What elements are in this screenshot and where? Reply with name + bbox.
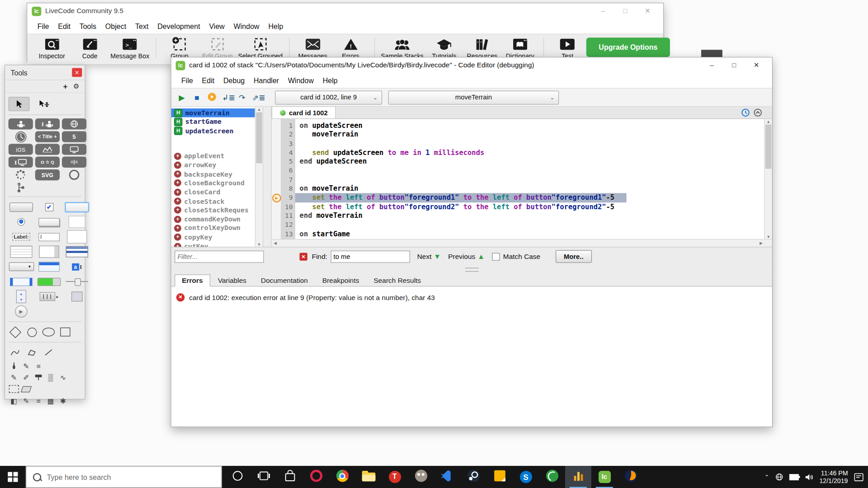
menu-text[interactable]: Text (131, 22, 153, 30)
ios-native-tool[interactable]: iOS (9, 144, 33, 155)
stepper-tool[interactable]: ▲▼ (9, 290, 34, 303)
toolbar-message-box[interactable]: >_ Message Box (109, 37, 151, 59)
line-tool[interactable] (42, 346, 56, 359)
oval-tool[interactable] (42, 325, 56, 338)
menu-help[interactable]: Help (318, 76, 342, 84)
match-case-checkbox[interactable] (492, 253, 500, 260)
taskbar-app-vscode[interactable] (434, 466, 460, 488)
taskbar-app-microsoft-store[interactable] (277, 466, 303, 488)
player-tool[interactable]: ▶ (9, 305, 34, 318)
spinner-widget-tool[interactable] (9, 169, 33, 180)
toolbar-errors[interactable]: ! Errors (332, 37, 370, 59)
list-field-tool[interactable] (64, 245, 90, 258)
editor-titlebar[interactable]: lc card id 1002 of stack "C:/Users/Potat… (171, 57, 772, 73)
toolbar-code[interactable]: Code (71, 37, 109, 59)
script-location-dropdown[interactable]: card id 1002, line 9⌄ (275, 90, 382, 104)
message-item-cutKey[interactable]: +cutKey (171, 242, 255, 247)
close-find-icon[interactable]: ✕ (300, 253, 307, 260)
menu-window[interactable]: Window (229, 22, 264, 30)
maximize-button[interactable]: □ (723, 59, 745, 72)
icon-picker-tool[interactable]: Ω ☆ Q (35, 157, 60, 168)
select-area-tool[interactable] (9, 384, 20, 394)
html5-widget-tool[interactable]: 5 (62, 131, 86, 142)
error-row[interactable]: ✕ card id 1002: execution error at line … (171, 286, 772, 301)
pattern-tool[interactable]: ▦ (45, 396, 57, 406)
continue-icon[interactable] (207, 92, 217, 103)
browser-widget-tool[interactable] (62, 118, 86, 129)
message-item-controlKeyDown[interactable]: +controlKeyDown (171, 224, 255, 233)
slider-tool[interactable] (64, 275, 90, 288)
tab-documentation[interactable]: Documentation (254, 275, 314, 286)
upgrade-options-button[interactable]: Upgrade Options (586, 38, 670, 57)
taskbar-app-firefox[interactable] (618, 466, 644, 488)
taskbar-app-chrome[interactable] (329, 466, 355, 488)
handler-item-startGame[interactable]: HstartGame (171, 117, 255, 127)
tab-search-results[interactable]: Search Results (367, 275, 428, 286)
main-titlebar[interactable]: lc LiveCode Community 9.5 – □ ✕ (27, 3, 663, 19)
squiggle-tool[interactable]: ∿ (57, 372, 69, 382)
brush-tool[interactable]: ✐ (21, 372, 32, 382)
find-previous-button[interactable]: Previous (448, 253, 475, 260)
radio-button-tool[interactable] (9, 215, 34, 228)
label-tool[interactable]: Label: (9, 230, 34, 243)
more-button[interactable]: More.. (555, 250, 592, 263)
menu-edit[interactable]: Edit (198, 76, 219, 84)
panel-splitter[interactable] (263, 107, 272, 247)
step-out-icon[interactable]: ⇗≣ (252, 93, 262, 102)
menu-file[interactable]: File (177, 76, 198, 84)
oval-small-tool[interactable] (25, 325, 39, 338)
toolbar-resources[interactable]: Resources (463, 37, 501, 59)
toolbar-test[interactable]: Test (548, 37, 586, 59)
settings-gear-icon[interactable]: ⚙ (73, 82, 79, 90)
tab-errors[interactable]: Errors (175, 274, 210, 286)
toolbar-group[interactable]: Group (160, 37, 198, 59)
menu-development[interactable]: Development (153, 22, 204, 30)
handler-dropdown[interactable]: moveTerrain⌄ (388, 90, 559, 104)
rectangle-button-tool[interactable] (36, 215, 62, 228)
taskbar-app-cortana[interactable] (224, 466, 250, 488)
taskbar-app-opera[interactable] (303, 466, 329, 488)
tree-view-tool[interactable]: + (9, 182, 33, 193)
dropper-tool[interactable] (9, 361, 20, 371)
image-area-tool[interactable] (64, 290, 90, 303)
handler-item-updateScreen[interactable]: HupdateScreen (171, 127, 255, 136)
toolbar-messages[interactable]: Messages (294, 37, 332, 59)
action-center-icon[interactable] (854, 473, 863, 481)
background-tool[interactable] (64, 215, 90, 228)
history-clock-icon[interactable] (741, 108, 750, 117)
code-scrollbar[interactable]: ▲ ▼ (764, 119, 772, 239)
filter-input[interactable] (175, 250, 264, 263)
step-into-icon[interactable]: ↲≣ (222, 93, 232, 102)
taskbar-app-skype[interactable]: S (513, 466, 539, 488)
toolbar-inspector[interactable]: Inspector (33, 37, 71, 59)
option-menu-tool[interactable]: ▼ (9, 260, 34, 273)
palette-close-icon[interactable]: ✕ (72, 68, 82, 77)
navigation-bar-tool[interactable]: < Title + (35, 131, 60, 142)
android-button-tool[interactable] (9, 118, 33, 129)
taskbar-app-active-app[interactable] (565, 466, 591, 488)
handler-item-moveTerrain[interactable]: HmoveTerrain (171, 108, 255, 117)
eraser-tool[interactable] (21, 384, 32, 394)
tab-variables[interactable]: Variables (211, 275, 253, 286)
code-area[interactable]: on updateScreen moveTerrain send updateS… (295, 119, 764, 239)
roller-tool[interactable] (33, 372, 44, 382)
menu-edit[interactable]: Edit (53, 22, 75, 30)
message-item-appleEvent[interactable]: +appleEvent (171, 151, 255, 160)
bucket-tool[interactable]: ◧ (9, 396, 20, 406)
tab-panel-tool[interactable]: |||▸ (36, 290, 62, 303)
toolbar-tutorials[interactable]: Tutorials (425, 37, 463, 59)
pen-tool[interactable]: ✎ (21, 361, 32, 371)
freehand-polygon-tool[interactable] (25, 346, 39, 359)
scrolling-field-tool[interactable] (36, 245, 62, 258)
message-item-closeBackground[interactable]: +closeBackground (171, 178, 255, 188)
message-item-closeStack[interactable]: +closeStack (171, 197, 255, 206)
pencil2-tool[interactable]: ✎ (21, 396, 32, 406)
add-icon[interactable]: + (63, 82, 67, 91)
volume-icon[interactable] (805, 474, 813, 481)
message-item-closeCard[interactable]: +closeCard (171, 188, 255, 197)
menu-window[interactable]: Window (283, 76, 318, 84)
settings-tool-tool[interactable]: ✱ (57, 396, 69, 406)
taskbar-app-app-t[interactable]: T (382, 466, 408, 488)
clock[interactable]: 11:46 PM 12/1/2019 (819, 469, 848, 484)
push-button-tool[interactable] (9, 200, 34, 213)
